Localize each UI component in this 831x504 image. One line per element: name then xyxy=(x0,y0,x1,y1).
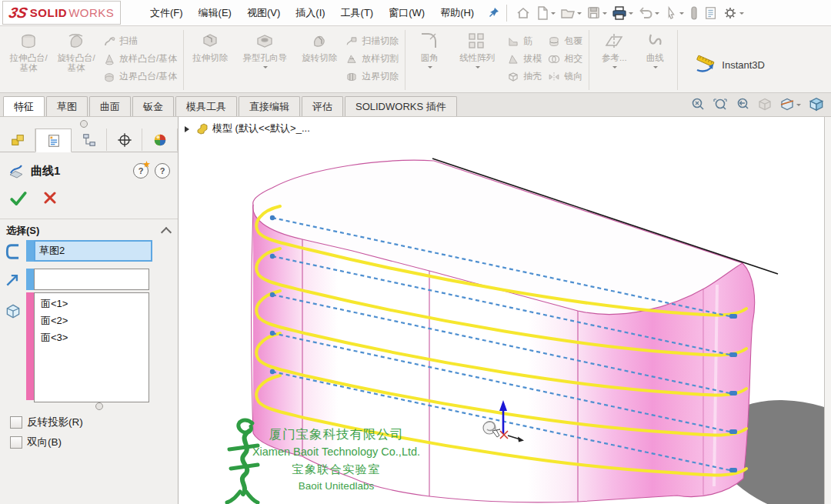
graphics-viewport[interactable]: 厦门宝象科技有限公司 Xiamen Baoit Technology Co.,L… xyxy=(179,117,831,504)
loft-cut-button[interactable]: 放样切割 xyxy=(342,50,402,68)
help-button[interactable]: ? xyxy=(155,163,170,179)
extrude-boss-button[interactable]: 拉伸凸台/基体 xyxy=(5,29,52,73)
feature-modify-group: 圆角 线性阵列 筋 拔模 抽壳 xyxy=(409,28,586,92)
select-button[interactable] xyxy=(662,4,686,22)
ok-check-button[interactable] xyxy=(9,189,28,208)
model-scene[interactable]: 厦门宝象科技有限公司 Xiamen Baoit Technology Co.,L… xyxy=(179,117,831,504)
undo-button[interactable] xyxy=(636,4,661,22)
mirror-button[interactable]: 镜向 xyxy=(545,68,586,85)
tab-sketch[interactable]: 草图 xyxy=(46,96,88,116)
menu-tools[interactable]: 工具(T) xyxy=(333,1,382,25)
reverse-projection-checkbox-row[interactable]: 反转投影(R) xyxy=(10,416,83,429)
save-button[interactable] xyxy=(585,4,609,22)
whats-new-help-button[interactable]: ? xyxy=(133,163,149,179)
menu-view[interactable]: 视图(V) xyxy=(239,1,288,25)
tab-dimxpert[interactable] xyxy=(107,129,142,151)
sketch-selection-input[interactable] xyxy=(34,240,152,262)
list-resize-handle[interactable] xyxy=(95,402,103,410)
display-style-icon[interactable] xyxy=(757,97,773,112)
contour-select-icon xyxy=(3,242,23,262)
linear-pattern-button[interactable]: 线性阵列 xyxy=(450,29,504,71)
shell-button[interactable]: 抽壳 xyxy=(504,68,545,85)
options-gear-icon xyxy=(723,5,738,21)
tab-property-manager[interactable] xyxy=(35,129,72,152)
tab-mold-tools[interactable]: 模具工具 xyxy=(175,96,237,116)
instant3d-button[interactable]: Instant3D xyxy=(681,37,777,92)
zoom-area-icon[interactable] xyxy=(713,97,728,112)
wrap-button[interactable]: 包覆 xyxy=(545,32,586,50)
draft-button[interactable]: 拔模 xyxy=(504,50,545,68)
sweep-cut-icon xyxy=(345,35,358,48)
sweep-icon xyxy=(103,35,115,48)
curves-icon xyxy=(645,32,665,52)
pin-menu-button[interactable] xyxy=(488,7,499,18)
new-document-button[interactable] xyxy=(534,4,557,22)
tab-solidworks-addins[interactable]: SOLIDWORKS 插件 xyxy=(345,96,457,116)
dropdown-arrow-icon xyxy=(551,12,556,17)
faces-list[interactable]: 面<1> 面<2> 面<3> xyxy=(34,292,149,402)
direction-selection-field[interactable] xyxy=(34,269,149,290)
menu-help[interactable]: 帮助(H) xyxy=(432,1,482,25)
intersect-button[interactable]: 相交 xyxy=(545,50,586,68)
tab-surfaces[interactable]: 曲面 xyxy=(89,96,131,116)
options-button[interactable] xyxy=(721,4,746,22)
face-list-item[interactable]: 面<2> xyxy=(35,312,149,329)
rib-icon xyxy=(507,35,519,48)
reverse-projection-checkbox[interactable] xyxy=(10,416,22,429)
rebuild-button[interactable] xyxy=(703,4,719,22)
tab-sheet-metal[interactable]: 钣金 xyxy=(132,96,174,116)
boundary-boss-icon xyxy=(103,71,115,83)
tab-features[interactable]: 特征 xyxy=(3,96,45,116)
open-button[interactable] xyxy=(559,4,583,22)
task-pane-edge[interactable] xyxy=(824,117,831,504)
bidirectional-checkbox-row[interactable]: 双向(B) xyxy=(10,436,62,449)
cancel-x-button[interactable] xyxy=(42,189,58,206)
zoom-fit-icon[interactable] xyxy=(690,97,706,112)
curves-button[interactable]: 曲线 xyxy=(636,29,674,71)
solidworks-logo: 3S SOLID WORKS xyxy=(2,1,121,25)
revolve-cut-button[interactable]: 旋转切除 xyxy=(296,29,342,63)
expand-caret-icon[interactable] xyxy=(185,126,192,132)
features-ribbon: 拉伸凸台/基体 旋转凸台/基体 扫描 放样凸台/基体 边界凸台/基体 xyxy=(0,26,831,93)
main-area: 曲线1 ? ? 选择(S) xyxy=(0,117,831,504)
view-orientation-icon[interactable] xyxy=(808,96,825,113)
face-list-item[interactable]: 面<1> xyxy=(35,295,149,312)
tab-evaluate[interactable]: 评估 xyxy=(302,96,343,116)
menu-file[interactable]: 文件(F) xyxy=(142,1,191,25)
reference-geometry-button[interactable]: 参考... xyxy=(592,29,636,71)
tab-configurations[interactable] xyxy=(72,129,107,151)
menu-edit[interactable]: 编辑(E) xyxy=(191,1,239,25)
tab-direct-editing[interactable]: 直接编辑 xyxy=(239,96,300,116)
pin-icon xyxy=(488,7,499,18)
dropdown-arrow-icon xyxy=(602,12,607,17)
tab-appearances[interactable] xyxy=(142,129,178,151)
hole-wizard-button[interactable]: 异型孔向导 xyxy=(233,29,296,71)
selection-group-header[interactable]: 选择(S) xyxy=(6,224,170,238)
hole-wizard-icon xyxy=(255,32,275,52)
sweep-cut-button[interactable]: 扫描切除 xyxy=(342,32,402,50)
panel-splitter-handle[interactable] xyxy=(80,120,88,128)
menu-insert[interactable]: 插入(I) xyxy=(288,1,332,25)
rib-button[interactable]: 筋 xyxy=(504,32,545,50)
previous-view-icon[interactable] xyxy=(735,97,750,112)
fillet-button[interactable]: 圆角 xyxy=(409,29,450,71)
loft-boss-button[interactable]: 放样凸台/基体 xyxy=(100,50,180,68)
print-button[interactable] xyxy=(610,4,635,22)
group-separator xyxy=(405,30,405,90)
boundary-cut-button[interactable]: 边界切除 xyxy=(342,68,402,85)
home-icon xyxy=(516,5,531,21)
revolve-boss-button[interactable]: 旋转凸台/基体 xyxy=(52,29,100,73)
extrude-cut-button[interactable]: 拉伸切除 xyxy=(187,29,233,63)
bidirectional-checkbox[interactable] xyxy=(10,436,22,449)
group-separator xyxy=(183,30,184,90)
home-button[interactable] xyxy=(514,4,532,22)
clip-button[interactable] xyxy=(687,4,701,22)
section-view-button[interactable] xyxy=(779,97,801,112)
flyout-feature-tree[interactable]: 模型 (默认<<默认>_... xyxy=(185,122,310,135)
face-list-item[interactable]: 面<3> xyxy=(35,329,149,346)
solidworks-window: 3S SOLID WORKS 文件(F) 编辑(E) 视图(V) 插入(I) 工… xyxy=(0,0,831,504)
sweep-button[interactable]: 扫描 xyxy=(100,32,180,50)
tab-feature-tree[interactable] xyxy=(0,129,35,151)
menu-window[interactable]: 窗口(W) xyxy=(381,1,432,25)
boundary-boss-button[interactable]: 边界凸台/基体 xyxy=(100,68,180,85)
